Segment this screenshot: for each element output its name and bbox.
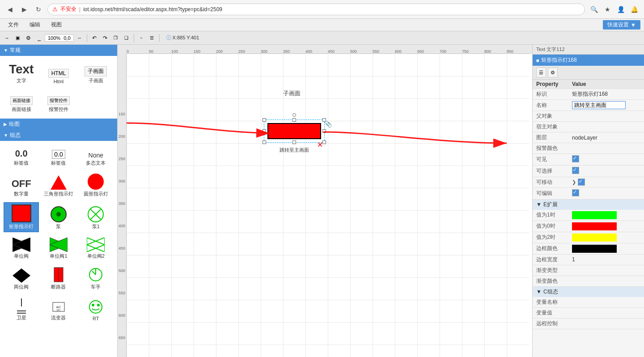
section-state-header[interactable]: ▼ 组态 xyxy=(0,130,117,141)
forward-button[interactable]: ▶ xyxy=(19,4,30,15)
e-val2-color[interactable] xyxy=(572,234,617,242)
editable-checkbox[interactable] xyxy=(572,189,579,196)
redo-tool[interactable]: ↷ xyxy=(100,33,110,43)
bookmark-button[interactable]: ★ xyxy=(602,4,613,15)
section-draw-header[interactable]: ▶ 绘图 xyxy=(0,119,117,130)
e-val1-row: 值为1时 xyxy=(533,210,644,221)
handle-bc[interactable] xyxy=(292,140,296,144)
state-row-3: 矩形指示灯 泵 泵1 xyxy=(0,201,117,234)
prop-name-input[interactable] xyxy=(572,101,626,109)
ruler-tick-400: 400 xyxy=(305,49,312,54)
e-gradient-type-key: 渐变类型 xyxy=(533,265,568,276)
settings-tool[interactable]: ⚙ xyxy=(23,33,33,43)
select-all-tool[interactable]: ▣ xyxy=(13,33,22,43)
screenlink-display: 画面链接 xyxy=(10,96,33,105)
screenlink-label: 画面链接 xyxy=(12,106,31,113)
component-valve3[interactable]: 单位阀2 xyxy=(78,235,114,262)
component-bio[interactable]: RT xyxy=(78,295,114,323)
undo-tool[interactable]: ↶ xyxy=(89,33,99,43)
e-expand-section-header[interactable]: ▼ E扩展 xyxy=(533,200,644,210)
rotate-handle[interactable] xyxy=(292,113,296,117)
c-remote-row: 远程控制 xyxy=(533,318,644,329)
c-group-section-header[interactable]: ▼ C组态 xyxy=(533,287,644,297)
section-normal-header[interactable]: ▼ 常规 xyxy=(0,45,117,56)
handle-ml[interactable] xyxy=(263,129,266,133)
handle-bl[interactable] xyxy=(263,140,266,144)
component-alarm[interactable]: 报警控件 报警控件 xyxy=(41,88,76,115)
canvas-scroll[interactable]: 子画面 xyxy=(127,54,532,357)
grid-tool[interactable]: ⨫ xyxy=(136,33,146,43)
visible-checkbox[interactable] xyxy=(572,155,579,162)
component-valve1[interactable]: 单位阀 xyxy=(4,235,39,262)
component-handle[interactable]: 车手 xyxy=(78,264,114,293)
notifications-button[interactable]: 🔔 xyxy=(629,4,640,15)
minus-tool[interactable]: ⎯ xyxy=(34,33,44,43)
quick-setting-button[interactable]: 快速设置 ▼ xyxy=(603,20,640,30)
quick-setting-label: 快速设置 xyxy=(607,21,629,29)
handle-br[interactable] xyxy=(322,140,326,144)
handle-tl[interactable] xyxy=(263,118,266,122)
component-rect-indicator[interactable]: 矩形指示灯 xyxy=(4,202,39,232)
delete-icon[interactable]: ✕ xyxy=(317,140,323,149)
component-circle[interactable]: 圆形指示灯 xyxy=(78,171,114,200)
menu-edit[interactable]: 编辑 xyxy=(25,20,45,30)
component-motor[interactable]: AC DC 流变器 xyxy=(41,295,76,323)
component-multistate[interactable]: None 多态文本 xyxy=(78,142,114,169)
paste-tool[interactable]: ❑ xyxy=(122,33,131,43)
fit-tool[interactable]: ↔ xyxy=(75,33,85,43)
component-tag-value-2[interactable]: 0.0 标签值 xyxy=(41,142,76,169)
ruler-tick-200: 200 xyxy=(216,49,223,54)
component-text[interactable]: Text 文字 xyxy=(4,60,39,86)
e-border-color-swatch[interactable] xyxy=(572,245,617,253)
v-ruler-300: 300 xyxy=(119,179,125,183)
canvas-selected-element[interactable]: 📎 ✕ 跳转至主画面 xyxy=(267,123,321,140)
menu-file[interactable]: 文件 xyxy=(4,20,23,30)
component-html[interactable]: HTML Html xyxy=(41,60,76,86)
prop-settings-icon[interactable]: ⚙ xyxy=(548,68,558,77)
ruler-tick-850: 850 xyxy=(507,49,513,54)
handle-mr[interactable] xyxy=(322,129,326,133)
coordinates-display: ⓘ X:885 Y:401 xyxy=(164,34,202,42)
prop-grid-icon[interactable]: ☰ xyxy=(536,68,546,77)
selection-box: 📎 ✕ 跳转至主画面 xyxy=(267,123,321,139)
component-digital[interactable]: OFF 数字量 xyxy=(4,171,39,200)
component-subscreen[interactable]: 子画面 子画面 xyxy=(78,60,114,86)
prop-val-movable: ❯ xyxy=(568,177,644,187)
component-valve2[interactable]: 单位阀1 xyxy=(41,235,76,262)
e-val1-color[interactable] xyxy=(572,211,617,219)
cursor-tool[interactable]: → xyxy=(2,33,12,43)
tag-value-1-label: 标签值 xyxy=(14,160,29,166)
component-tag-value-1[interactable]: 0.0 标签值 xyxy=(4,142,39,169)
profile-button[interactable]: 👤 xyxy=(615,4,626,15)
copy-tool[interactable]: ❐ xyxy=(111,33,121,43)
v-ruler-350: 350 xyxy=(119,201,125,206)
align-tool[interactable]: ☰ xyxy=(147,33,157,43)
handle-tc[interactable] xyxy=(292,118,296,122)
canvas-area[interactable]: 0 50 100 150 200 250 300 350 400 450 500… xyxy=(118,45,532,357)
valve3-label: 单位阀2 xyxy=(87,253,105,259)
c-group-table: 变量名称 变量值 远程控制 xyxy=(533,297,644,329)
e-val1-value xyxy=(568,210,644,221)
component-twoway-valve[interactable]: 两位阀 xyxy=(4,264,39,293)
menu-view[interactable]: 视图 xyxy=(47,20,66,30)
e-val0-color[interactable] xyxy=(572,222,617,230)
back-button[interactable]: ◀ xyxy=(4,4,15,15)
toolbar-separator-1 xyxy=(87,34,87,42)
component-pump[interactable]: 泵 xyxy=(41,202,76,232)
movable-checkbox[interactable] xyxy=(578,178,585,186)
component-switch[interactable]: 卫星 xyxy=(4,295,39,323)
search-button[interactable]: 🔍 xyxy=(589,4,599,15)
svg-marker-4 xyxy=(87,238,105,252)
component-breaker[interactable]: 断路器 xyxy=(41,264,76,293)
alarm-display: 报警控件 xyxy=(47,96,70,105)
component-screenlink[interactable]: 画面链接 画面链接 xyxy=(4,88,39,115)
e-val2-key: 值为2时 xyxy=(533,232,568,243)
grid-canvas[interactable]: 子画面 xyxy=(127,54,529,357)
selectable-checkbox[interactable] xyxy=(572,167,579,174)
svg-marker-7 xyxy=(21,268,30,283)
reload-button[interactable]: ↻ xyxy=(33,4,44,15)
valve1-label: 单位阀 xyxy=(14,253,29,259)
component-pump1[interactable]: 泵1 xyxy=(78,202,114,232)
v-ruler-600: 600 xyxy=(119,313,125,318)
component-triangle[interactable]: 三角形指示灯 xyxy=(41,171,76,200)
